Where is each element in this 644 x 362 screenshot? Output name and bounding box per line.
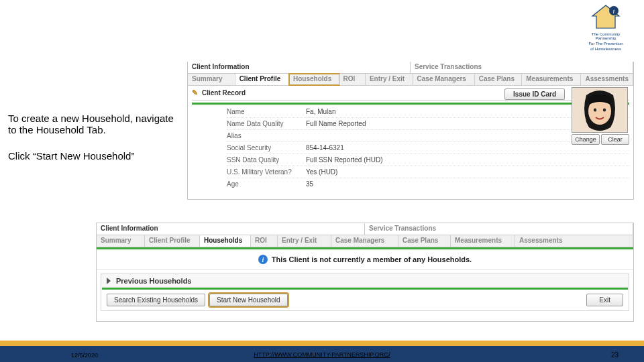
field-label-ssn: Social Security	[227, 144, 306, 152]
p2-subtab-case-managers[interactable]: Case Managers	[331, 235, 398, 247]
field-label-alias: Alias	[227, 132, 306, 139]
p2-subtab-summary[interactable]: Summary	[97, 235, 145, 247]
p2-subtab-case-plans[interactable]: Case Plans	[398, 235, 451, 247]
issue-id-card-button[interactable]: Issue ID Card	[504, 88, 565, 100]
p2-main-tab-client-info[interactable]: Client Information	[97, 223, 365, 235]
field-label-veteran: U.S. Military Veteran?	[227, 168, 306, 176]
logo-caption-3: of Homelessness	[582, 47, 629, 51]
field-label-age: Age	[227, 180, 306, 188]
field-value-age: 35	[306, 180, 313, 188]
field-value-ssn-quality: Full SSN Reported (HUD)	[306, 156, 382, 164]
search-existing-households-button[interactable]: Search Existing Households	[107, 294, 205, 306]
subtab-case-managers[interactable]: Case Managers	[413, 74, 475, 85]
subtab-households[interactable]: Households	[289, 74, 339, 85]
client-profile-panel: Client Information Service Transactions …	[187, 62, 634, 200]
p2-subtab-households[interactable]: Households	[200, 235, 251, 247]
svg-text:i: i	[613, 7, 615, 15]
subtab-case-plans[interactable]: Case Plans	[475, 74, 523, 85]
previous-households-section: Previous Households Search Existing Hous…	[101, 274, 629, 311]
client-photo	[572, 87, 628, 133]
p2-subtab-measurements[interactable]: Measurements	[451, 235, 515, 247]
previous-households-header: Previous Households	[116, 277, 191, 285]
subtab-measurements[interactable]: Measurements	[522, 74, 581, 85]
p2-subtab-assessments[interactable]: Assessments	[515, 235, 633, 247]
exit-button[interactable]: Exit	[586, 294, 623, 306]
footer-link[interactable]: HTTP://WWW.COMMUNITY-PARTNERSHIP.ORG/	[0, 351, 644, 358]
expand-icon[interactable]	[107, 278, 111, 284]
households-panel: Client Information Service Transactions …	[96, 223, 634, 322]
change-photo-button[interactable]: Change	[572, 134, 600, 145]
instruction-create: To create a new Household, navigate to t…	[8, 113, 179, 135]
subtab-assessments[interactable]: Assessments	[581, 74, 633, 85]
clear-photo-button[interactable]: Clear	[601, 134, 629, 145]
svg-point-5	[594, 108, 596, 111]
org-logo: i The Community Partnership For The Prev…	[582, 4, 629, 44]
p2-sub-tabs-row: Summary Client Profile Households ROI En…	[97, 235, 633, 247]
info-icon: i	[258, 255, 268, 264]
footer-gold-bar	[0, 341, 644, 346]
subtab-entry-exit[interactable]: Entry / Exit	[366, 74, 413, 85]
field-value-veteran: Yes (HUD)	[306, 168, 337, 176]
footer-page-number: 23	[611, 351, 619, 359]
instruction-click: Click “Start New Household”	[8, 150, 179, 162]
svg-point-6	[603, 108, 606, 111]
p2-subtab-client-profile[interactable]: Client Profile	[145, 235, 200, 247]
field-label-name-quality: Name Data Quality	[227, 120, 306, 127]
no-household-message: This Client is not currently a member of…	[272, 255, 472, 263]
logo-caption-1: The Community Partnership	[582, 32, 629, 40]
client-record-title: Client Record	[202, 89, 246, 97]
field-value-name-quality: Full Name Reported	[306, 120, 366, 127]
p2-subtab-roi[interactable]: ROI	[251, 235, 278, 247]
client-fields: NameFa, Mulan Name Data QualityFull Name…	[227, 106, 629, 190]
main-tab-service-transactions[interactable]: Service Transactions	[411, 62, 633, 73]
subtab-roi[interactable]: ROI	[339, 74, 366, 85]
p2-main-tab-service-transactions[interactable]: Service Transactions	[365, 223, 633, 235]
pencil-icon[interactable]: ✎	[192, 88, 198, 97]
field-value-ssn: 854-14-6321	[306, 144, 344, 152]
sub-tabs-row-1: Summary Client Profile Households ROI En…	[188, 74, 633, 86]
field-value-name: Fa, Mulan	[306, 108, 335, 115]
instructions: To create a new Household, navigate to t…	[8, 113, 179, 176]
subtab-summary[interactable]: Summary	[188, 74, 235, 85]
subtab-client-profile[interactable]: Client Profile	[235, 74, 289, 85]
field-label-ssn-quality: SSN Data Quality	[227, 156, 306, 164]
main-tab-client-info[interactable]: Client Information	[188, 62, 411, 73]
start-new-household-button[interactable]: Start New Household	[209, 294, 288, 306]
logo-caption-2: For The Prevention	[582, 42, 629, 46]
field-label-name: Name	[227, 108, 306, 115]
p2-subtab-entry-exit[interactable]: Entry / Exit	[278, 235, 331, 247]
